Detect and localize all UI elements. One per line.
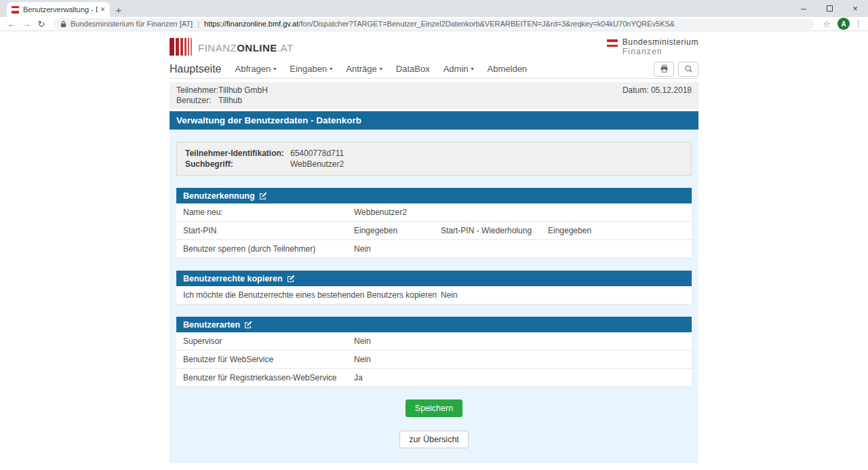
teilnehmer-label: Teilnehmer: [176, 85, 218, 96]
session-bar: Teilnehmer: Tillhub GmbH Benutzer: Tillh… [170, 82, 698, 109]
url-domain: https://finanzonline.bmf.gv.at [204, 20, 298, 28]
forward-button[interactable]: → [19, 19, 34, 29]
section-benutzerarten: Benutzerarten Supervisor Nein Benutzer f… [176, 317, 692, 387]
table-row: Benutzer für WebService Nein [176, 351, 692, 369]
table-row: Name neu: Webbenutzer2 [176, 203, 692, 222]
site-header: FINANZONLINE.AT Bundesministerium Finanz… [170, 31, 698, 60]
identification-panel: Teilnehmer-Identifikation: 65400778d711 … [176, 142, 692, 176]
page-title: Verwaltung der Benutzerdaten - Datenkorb [170, 111, 698, 130]
start-pin-value: Eingegeben [354, 226, 441, 235]
rechte-kopieren-value: Nein [441, 290, 685, 300]
supervisor-value: Nein [354, 336, 685, 346]
omnibox-divider: | [197, 20, 199, 28]
finanzonline-logo: FINANZONLINE.AT [170, 38, 294, 56]
new-tab-button[interactable]: + [110, 2, 127, 17]
nav-item-eingaben[interactable]: Eingaben▾ [290, 64, 332, 74]
info-row: Teilnehmer-Identifikation: 65400778d711 [185, 148, 683, 159]
start-pin-wiederholung-value: Eingegeben [548, 226, 685, 235]
window-restore-button[interactable] [816, 0, 842, 17]
section-title: Benutzerkennung [183, 191, 255, 201]
table-row: Supervisor Nein [176, 332, 692, 351]
benutzer-label: Benutzer: [176, 96, 218, 106]
profile-avatar[interactable]: A [837, 18, 850, 30]
tab-close-icon[interactable]: × [100, 5, 105, 14]
benutzer-sperren-value: Nein [354, 244, 685, 254]
address-bar[interactable]: Bundesministerium für Finanzen [AT] | ht… [54, 18, 814, 30]
ev-certificate-label: Bundesministerium für Finanzen [AT] [71, 20, 193, 28]
chevron-down-icon: ▾ [273, 66, 276, 72]
registrierkassen-webservice-value: Ja [354, 373, 685, 383]
window-minimize-button[interactable]: – [791, 0, 816, 17]
search-button[interactable] [678, 62, 698, 77]
reload-button[interactable]: ↻ [34, 19, 49, 29]
benutzer-value: Tillhub [218, 96, 242, 106]
suchbegriff-value: WebBenutzer2 [290, 159, 344, 170]
main-navigation: Hauptseite Abfragen▾ Eingaben▾ Anträge▾ … [170, 60, 698, 79]
browser-tab-strip: Benutzerverwaltung - Datenkorb × + – × [0, 0, 868, 17]
table-row: Ich möchte die Benutzerrechte eines best… [176, 286, 692, 305]
webservice-value: Nein [354, 355, 685, 364]
edit-icon[interactable] [259, 192, 267, 200]
edit-icon[interactable] [244, 321, 252, 329]
info-row: Suchbegriff: WebBenutzer2 [185, 159, 683, 170]
bookmark-star-icon[interactable]: ☆ [819, 19, 834, 29]
section-title: Benutzerrechte kopieren [183, 274, 283, 283]
logo-finanz: FINANZ [198, 42, 237, 54]
save-button[interactable]: Speichern [406, 399, 462, 417]
ministry-name: Bundesministerium [623, 37, 698, 47]
chevron-down-icon: ▾ [380, 66, 382, 72]
table-row: Benutzer sperren (durch Teilnehmer) Nein [176, 240, 692, 258]
window-close-button[interactable]: × [842, 0, 868, 17]
ministry-department: Finanzen [623, 47, 663, 56]
section-benutzerrechte-kopieren: Benutzerrechte kopieren Ich möchte die B… [176, 271, 692, 305]
search-icon [684, 64, 693, 73]
nav-item-hauptseite[interactable]: Hauptseite [170, 63, 222, 75]
finanzonline-favicon-icon [12, 6, 19, 14]
browser-toolbar: ← → ↻ Bundesministerium für Finanzen [AT… [0, 17, 868, 31]
lock-icon [60, 20, 66, 28]
tab-title: Benutzerverwaltung - Datenkorb [23, 5, 98, 14]
teilnehmer-value: Tillhub GmbH [218, 85, 268, 96]
table-row: Benutzer für Registrierkassen-WebService… [176, 369, 692, 387]
nav-item-admin[interactable]: Admin▾ [443, 64, 474, 74]
ministry-logo: Bundesministerium Finanzen [607, 37, 698, 56]
name-neu-value: Webbenutzer2 [354, 208, 685, 217]
section-title: Benutzerarten [183, 320, 240, 330]
chevron-down-icon: ▾ [471, 66, 474, 72]
nav-item-abmelden[interactable]: Abmelden [488, 64, 528, 74]
logo-bars-icon [170, 38, 193, 56]
austria-flag-icon [607, 39, 618, 47]
url-path: /fon/Dispatcher?TARGET=Benutzer_Einzel2D… [298, 20, 675, 28]
restore-icon [827, 5, 833, 12]
logo-online: ONLINE [237, 42, 277, 54]
page-viewport: FINANZONLINE.AT Bundesministerium Finanz… [0, 31, 868, 469]
section-benutzerkennung: Benutzerkennung Name neu: Webbenutzer2 S… [176, 188, 692, 258]
back-button[interactable]: ← [4, 19, 19, 29]
nav-item-abfragen[interactable]: Abfragen▾ [235, 64, 277, 74]
chevron-down-icon: ▾ [330, 66, 332, 72]
window-controls: – × [791, 0, 868, 17]
browser-menu-icon[interactable]: ⋮ [853, 19, 864, 28]
page-content: Teilnehmer-Identifikation: 65400778d711 … [170, 130, 698, 463]
printer-icon [660, 64, 669, 73]
browser-tab[interactable]: Benutzerverwaltung - Datenkorb × [7, 2, 110, 17]
edit-icon[interactable] [287, 275, 295, 283]
logo-at: .AT [277, 42, 294, 54]
back-to-overview-button[interactable]: zur Übersicht [399, 431, 469, 448]
teilnehmer-identifikation-value: 65400778d711 [290, 148, 344, 159]
nav-item-antraege[interactable]: Anträge▾ [346, 64, 382, 74]
current-date: Datum: 05.12.2018 [623, 85, 692, 106]
print-button[interactable] [654, 62, 674, 77]
table-row: Start-PIN Eingegeben Start-PIN - Wiederh… [176, 222, 692, 240]
nav-item-databox[interactable]: DataBox [396, 64, 430, 74]
